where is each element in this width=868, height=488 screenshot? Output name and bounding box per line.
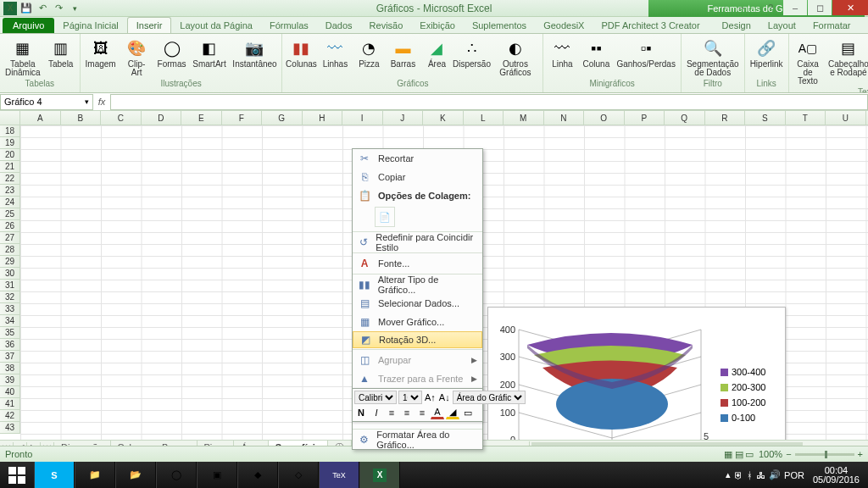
ctx-reset-style[interactable]: ↺Redefinir para Coincidir Estilo: [353, 233, 482, 252]
task-excel[interactable]: X: [359, 462, 400, 488]
zoom-slider[interactable]: [795, 453, 854, 456]
chevron-down-icon[interactable]: ▾: [85, 97, 89, 106]
font-color-icon[interactable]: A: [431, 406, 444, 419]
tab-design[interactable]: Design: [714, 18, 760, 33]
textbox-button[interactable]: A▢Caixa de Texto: [793, 36, 824, 87]
table-button[interactable]: ▥Tabela: [46, 36, 76, 70]
ctx-move-chart[interactable]: ▦Mover Gráfico...: [353, 313, 482, 331]
paste-default-icon[interactable]: 📄: [375, 207, 395, 227]
tab-formulas[interactable]: Fórmulas: [261, 18, 317, 33]
tray-vol-icon[interactable]: 🔊: [769, 469, 781, 480]
formula-bar[interactable]: [110, 94, 868, 110]
column-headers[interactable]: ABCDEFGHIJKLMNOPQRSTU: [20, 111, 868, 125]
chart-scatter-button[interactable]: ∴Dispersão: [455, 36, 487, 70]
ctx-select-data[interactable]: ▤Selecionar Dados...: [353, 294, 482, 313]
mini-size-combo[interactable]: 10: [398, 391, 422, 404]
ctx-3d-rotation[interactable]: ◩Rotação 3D...: [353, 331, 482, 348]
qat-dropdown-icon[interactable]: ▾: [68, 2, 81, 15]
qat-save-icon[interactable]: 💾: [19, 2, 33, 15]
ctx-paste-options[interactable]: 📄: [353, 205, 482, 230]
shrink-font-icon[interactable]: A↓: [438, 391, 451, 404]
hyperlink-button[interactable]: 🔗Hiperlink: [748, 36, 785, 70]
shapes-button[interactable]: ◯Formas: [156, 36, 188, 70]
italic-button[interactable]: I: [370, 406, 383, 419]
ctx-change-chart-type[interactable]: ▮▮Alterar Tipo de Gráfico...: [353, 275, 482, 294]
task-skype[interactable]: S: [34, 462, 75, 488]
tab-page-layout[interactable]: Layout da Página: [171, 18, 261, 33]
start-button[interactable]: [0, 462, 34, 488]
align-center-icon[interactable]: ≡: [400, 406, 414, 419]
tab-pdf[interactable]: PDF Architect 3 Creator: [593, 18, 708, 33]
grow-font-icon[interactable]: A↑: [424, 391, 437, 404]
qat-redo-icon[interactable]: ↷: [52, 2, 65, 15]
outline-icon[interactable]: ▭: [461, 406, 475, 419]
tray-net-icon[interactable]: 🖧: [756, 470, 765, 480]
sparkline-column-button[interactable]: ▪▪Coluna: [581, 36, 611, 70]
ctx-font[interactable]: AFonte...: [353, 254, 482, 273]
ctx-copy[interactable]: ⎘Copiar: [353, 168, 482, 186]
task-explorer[interactable]: 📁: [75, 462, 115, 488]
tab-insert[interactable]: Inserir: [127, 17, 172, 33]
system-tray[interactable]: ▴ ⛨ ᚼ 🖧 🔊 POR 00:0405/09/2016: [722, 466, 868, 485]
clipart-button[interactable]: 🎨Clip-Art: [121, 36, 153, 79]
ctx-format-chart-area[interactable]: ⚙Formatar Área do Gráfico...: [353, 430, 482, 449]
view-break-icon[interactable]: ▭: [745, 449, 754, 460]
tab-review[interactable]: Revisão: [361, 18, 412, 33]
smartart-button[interactable]: ◧SmartArt: [191, 36, 227, 70]
chart-other-button[interactable]: ◐Outros Gráficos: [491, 36, 539, 79]
task-app2[interactable]: ▣: [197, 462, 237, 488]
sparkline-line-button[interactable]: 〰Linha: [547, 36, 577, 70]
mini-chart-element-combo[interactable]: Área do Gráfico: [453, 391, 526, 404]
ribbon-help-icon[interactable]: ?: [759, 0, 782, 15]
qat-undo-icon[interactable]: ↶: [36, 2, 49, 15]
task-tex[interactable]: TeX: [319, 462, 359, 488]
name-box[interactable]: ▾: [0, 94, 93, 110]
task-vbox[interactable]: ◆: [237, 462, 278, 488]
tray-clock[interactable]: 00:0405/09/2016: [808, 466, 865, 485]
zoom-level[interactable]: 100%: [759, 449, 782, 459]
header-footer-button[interactable]: ▤Cabeçalho e Rodapé: [826, 36, 868, 79]
tray-lang[interactable]: POR: [784, 470, 804, 480]
picture-button[interactable]: 🖼Imagem: [84, 36, 118, 70]
fill-color-icon[interactable]: ◢: [446, 406, 459, 419]
slicer-button[interactable]: 🔍Segmentação de Dados: [685, 36, 741, 79]
tab-layout[interactable]: Layout: [760, 18, 804, 33]
align-left-icon[interactable]: ≡: [385, 406, 398, 419]
chart-plot-area[interactable]: 400300 2001000 -7-6-5 -4-3-2 -101: [493, 313, 714, 440]
chart-object[interactable]: 400300 2001000 -7-6-5 -4-3-2 -101: [487, 307, 786, 440]
pivot-table-button[interactable]: ▦Tabela Dinâmica: [3, 36, 42, 79]
tray-shield-icon[interactable]: ⛨: [734, 470, 743, 480]
tab-addins[interactable]: Suplementos: [464, 18, 535, 33]
tab-format[interactable]: Formatar: [804, 18, 860, 33]
task-chrome[interactable]: ◯: [156, 462, 197, 488]
tab-geodesix[interactable]: GeodesiX: [535, 18, 593, 33]
zoom-out-icon[interactable]: −: [786, 449, 791, 459]
tray-bt-icon[interactable]: ᚼ: [747, 470, 753, 480]
chart-area-button[interactable]: ◢Área: [421, 36, 452, 70]
tab-file[interactable]: Arquivo: [3, 18, 54, 33]
chart-column-button[interactable]: ▮▮Colunas: [286, 36, 316, 70]
sparkline-winloss-button[interactable]: ▫▪Ganhos/Perdas: [615, 36, 677, 70]
screenshot-button[interactable]: 📷Instantâneo: [231, 36, 279, 70]
tab-data[interactable]: Dados: [317, 18, 361, 33]
bold-button[interactable]: N: [354, 406, 368, 419]
ribbon-help-icon[interactable]: ↔: [730, 0, 754, 15]
ctx-cut[interactable]: ✂Recortar: [353, 149, 482, 168]
window-close-button[interactable]: ✕: [832, 0, 868, 15]
tab-home[interactable]: Página Inicial: [54, 18, 126, 33]
view-normal-icon[interactable]: ▦: [724, 449, 732, 460]
select-all-corner[interactable]: [0, 111, 20, 125]
chart-pie-button[interactable]: ◔Pizza: [353, 36, 384, 70]
task-explorer2[interactable]: 📂: [115, 462, 156, 488]
name-box-input[interactable]: [4, 97, 69, 107]
window-minimize-button[interactable]: –: [783, 0, 807, 15]
zoom-in-icon[interactable]: +: [858, 449, 863, 459]
chart-bar-button[interactable]: ▬Barras: [387, 36, 418, 70]
row-headers[interactable]: 1819202122232425262728293031323334353637…: [0, 125, 20, 434]
chart-legend[interactable]: 300-400 200-300 100-200 0-100: [721, 367, 780, 423]
fx-icon[interactable]: fx: [93, 97, 110, 107]
align-right-icon[interactable]: ≡: [415, 406, 429, 419]
chart-line-button[interactable]: 〰Linhas: [320, 36, 350, 70]
tab-view[interactable]: Exibição: [411, 18, 464, 33]
window-maximize-button[interactable]: ◻: [808, 0, 832, 15]
